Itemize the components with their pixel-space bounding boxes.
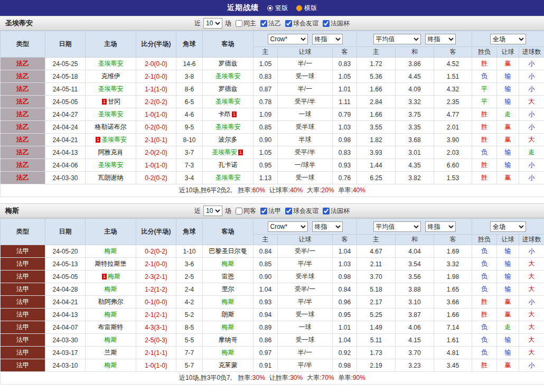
filter-option[interactable]: 法乙 bbox=[260, 19, 281, 28]
score-cell[interactable]: 4-3(3-1) bbox=[136, 321, 176, 334]
score-cell[interactable]: 0-1(0-0) bbox=[136, 296, 176, 309]
filter-option[interactable]: 同主 bbox=[236, 19, 256, 28]
team-link[interactable]: 圣埃蒂安 bbox=[215, 123, 241, 130]
score-cell[interactable]: 1-0(1-0) bbox=[136, 108, 176, 121]
team-link[interactable]: 圣埃蒂安 bbox=[215, 174, 241, 181]
team-link[interactable]: 圣埃蒂安 bbox=[215, 98, 241, 105]
recent-count-select[interactable]: 10 bbox=[203, 206, 222, 216]
euro-stage-select[interactable]: 终指 bbox=[425, 221, 456, 232]
handicap-result-cell: 输 bbox=[497, 83, 519, 96]
team-link[interactable]: 圣埃蒂安 bbox=[101, 136, 127, 143]
radio-unselected-icon[interactable] bbox=[296, 5, 302, 11]
average-select[interactable]: 平均值 bbox=[373, 34, 421, 44]
team-link[interactable]: 阿雅克肖 bbox=[98, 148, 124, 156]
filter-checkbox[interactable] bbox=[260, 208, 267, 214]
filter-option[interactable]: 法甲 bbox=[260, 207, 281, 216]
score-cell[interactable]: 1-2(1-2) bbox=[136, 283, 176, 296]
filter-checkbox[interactable] bbox=[323, 20, 330, 27]
score-cell[interactable]: 1-0(1-0) bbox=[136, 159, 176, 172]
euro-away-odds: 1.53 bbox=[434, 172, 472, 184]
team-link[interactable]: 梅斯 bbox=[105, 285, 117, 293]
team-link[interactable]: 圣埃蒂安 bbox=[215, 72, 241, 80]
radio-selected-icon[interactable] bbox=[267, 5, 273, 11]
team-link[interactable]: 梅斯 bbox=[222, 298, 235, 305]
team-link[interactable]: 里尔 bbox=[222, 285, 235, 293]
team-link[interactable]: 克维伊 bbox=[101, 72, 120, 80]
team-link[interactable]: 摩纳哥 bbox=[219, 336, 238, 343]
team-link[interactable]: 梅斯 bbox=[222, 349, 235, 356]
layout-radio-vertical[interactable]: 竖版 bbox=[267, 4, 288, 13]
team-link[interactable]: 兰斯 bbox=[105, 349, 117, 356]
team-link[interactable]: 朗斯 bbox=[222, 311, 235, 318]
goals-result-cell: 大 bbox=[519, 321, 544, 334]
team-link[interactable]: 圣埃蒂安 bbox=[212, 148, 237, 156]
team-link[interactable]: 克莱蒙 bbox=[219, 361, 238, 369]
team-link[interactable]: 格勒诺布尔 bbox=[95, 123, 127, 130]
team-link[interactable]: 罗德兹 bbox=[219, 60, 238, 67]
team-link[interactable]: 梅斯 bbox=[105, 361, 117, 369]
recent-count-select[interactable]: 10 bbox=[203, 18, 222, 29]
score-cell[interactable]: 2-3(2-1) bbox=[136, 270, 176, 283]
score-cell[interactable]: 1-0(1-0) bbox=[136, 359, 176, 372]
score-cell[interactable]: 2-1(0-1) bbox=[136, 134, 176, 146]
filter-checkbox[interactable] bbox=[285, 208, 292, 214]
team-link[interactable]: 梅斯 bbox=[108, 273, 120, 280]
result-cell: 负 bbox=[472, 258, 497, 270]
filter-checkbox[interactable] bbox=[260, 20, 267, 27]
team-link[interactable]: 圣埃蒂安 bbox=[98, 60, 124, 67]
team-link[interactable]: 梅斯 bbox=[105, 247, 117, 255]
asian-away-odds: 1.04 bbox=[333, 245, 357, 258]
team-link[interactable]: 卡昂 bbox=[218, 110, 231, 118]
team-link[interactable]: 圣埃蒂安 bbox=[98, 110, 124, 118]
team-link[interactable]: 梅斯 bbox=[222, 260, 235, 267]
team-link[interactable]: 勒阿弗尔 bbox=[98, 298, 124, 305]
team-link[interactable]: 瓦朗谢纳 bbox=[98, 174, 124, 181]
euro-stage-select[interactable]: 终指 bbox=[425, 34, 456, 44]
average-select[interactable]: 平均值 bbox=[373, 221, 421, 232]
score-cell[interactable]: 2-1(1-1) bbox=[136, 347, 176, 359]
team-link[interactable]: 梅斯 bbox=[105, 336, 117, 343]
asian-stage-select[interactable]: 终指 bbox=[312, 34, 343, 44]
filter-option[interactable]: 法国杯 bbox=[323, 19, 350, 28]
team-link[interactable]: 布雷斯特 bbox=[98, 323, 124, 331]
team-link[interactable]: 梅斯 bbox=[222, 323, 235, 331]
team-link[interactable]: 巴黎圣日尔曼 bbox=[209, 247, 247, 255]
score-cell[interactable]: 2-5(0-3) bbox=[136, 334, 176, 347]
team-link[interactable]: 甘冈 bbox=[108, 98, 120, 105]
team-link[interactable]: 斯特拉斯堡 bbox=[95, 260, 127, 267]
date-cell: 24-03-17 bbox=[45, 347, 86, 359]
score-cell[interactable]: 0-2(0-2) bbox=[136, 245, 176, 258]
fulltime-select[interactable]: 全场 bbox=[490, 34, 526, 44]
filter-checkbox[interactable] bbox=[236, 20, 242, 27]
team-link[interactable]: 圣埃蒂安 bbox=[98, 161, 124, 169]
column-header: 日期 bbox=[45, 219, 86, 245]
filter-option[interactable]: 球会友谊 bbox=[285, 207, 318, 216]
filter-option[interactable]: 法国杯 bbox=[323, 207, 350, 216]
score-cell[interactable]: 0-2(0-0) bbox=[136, 121, 176, 134]
filter-option[interactable]: 球会友谊 bbox=[285, 19, 318, 28]
score-cell[interactable]: 2-1(2-1) bbox=[136, 309, 176, 321]
layout-radio-horizontal[interactable]: 横版 bbox=[296, 4, 317, 13]
team-link[interactable]: 罗德兹 bbox=[219, 85, 238, 92]
bookmaker-select[interactable]: Crow* bbox=[268, 221, 308, 232]
filter-checkbox[interactable] bbox=[323, 208, 330, 214]
goals-result-cell: 小 bbox=[519, 172, 544, 184]
team-link[interactable]: 圣埃蒂安 bbox=[98, 85, 124, 92]
score-cell[interactable]: 0-2(0-2) bbox=[136, 172, 176, 184]
score-cell[interactable]: 2-1(0-0) bbox=[136, 258, 176, 270]
fulltime-select[interactable]: 全场 bbox=[490, 221, 526, 232]
score-cell[interactable]: 2-1(0-0) bbox=[136, 70, 176, 83]
filter-checkbox[interactable] bbox=[236, 208, 242, 214]
team-link[interactable]: 波尔多 bbox=[219, 136, 238, 143]
score-cell[interactable]: 2-0(0-0) bbox=[136, 58, 176, 70]
filter-option[interactable]: 同客 bbox=[236, 207, 256, 216]
asian-stage-select[interactable]: 终指 bbox=[312, 221, 343, 232]
filter-checkbox[interactable] bbox=[285, 20, 292, 27]
score-cell[interactable]: 2-2(0-2) bbox=[136, 96, 176, 108]
bookmaker-select[interactable]: Crow* bbox=[268, 34, 308, 44]
score-cell[interactable]: 2-0(2-0) bbox=[136, 146, 176, 159]
team-link[interactable]: 梅斯 bbox=[105, 311, 117, 318]
team-link[interactable]: 孔卡诺 bbox=[219, 161, 238, 169]
team-link[interactable]: 雷恩 bbox=[222, 273, 235, 280]
score-cell[interactable]: 1-1(1-0) bbox=[136, 83, 176, 96]
